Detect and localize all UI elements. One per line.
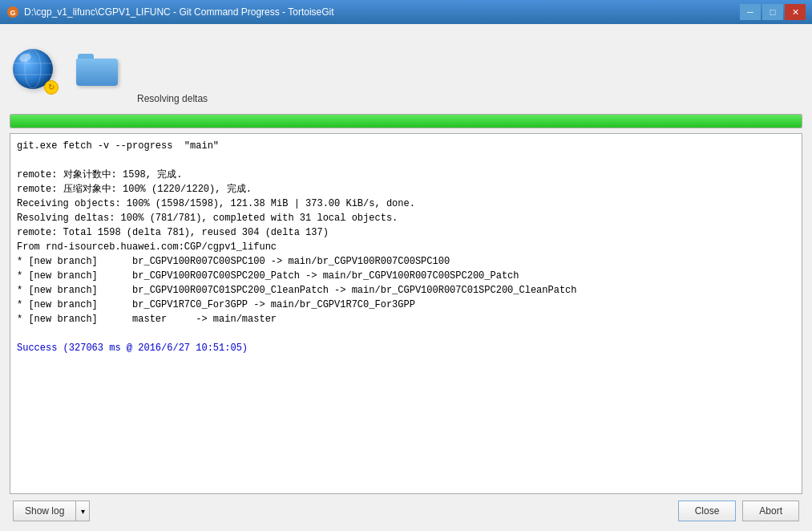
svg-text:G: G [10, 9, 15, 17]
show-log-button[interactable]: Show log [13, 501, 75, 521]
abort-button[interactable]: Abort [742, 501, 799, 521]
close-button[interactable]: Close [678, 501, 737, 521]
header-area: ↻ Resolving deltas [6, 30, 806, 111]
folder-icon [73, 49, 121, 93]
titlebar: G D:\cgp_v1_lifunc\CGPV1_LIFUNC - Git Co… [0, 0, 812, 24]
progress-bar [10, 115, 802, 128]
minimize-button[interactable]: ─ [740, 4, 761, 20]
globe-icon: ↻ [13, 49, 57, 93]
progress-container [10, 114, 802, 128]
window-body: ↻ Resolving deltas git.exe fetch -v --pr… [0, 24, 812, 531]
titlebar-title: D:\cgp_v1_lifunc\CGPV1_LIFUNC - Git Comm… [24, 6, 740, 18]
show-log-dropdown-button[interactable]: ▾ [75, 501, 90, 521]
output-area[interactable]: git.exe fetch -v --progress "main" remot… [10, 133, 802, 494]
svg-point-2 [25, 50, 41, 88]
bottom-bar: Show log ▾ Close Abort [6, 494, 806, 525]
status-text: Resolving deltas [137, 93, 208, 104]
close-window-button[interactable]: ✕ [785, 4, 806, 20]
titlebar-icon: G [6, 6, 19, 18]
titlebar-controls: ─ □ ✕ [740, 4, 806, 20]
show-log-container: Show log ▾ [13, 501, 90, 521]
maximize-button[interactable]: □ [762, 4, 783, 20]
